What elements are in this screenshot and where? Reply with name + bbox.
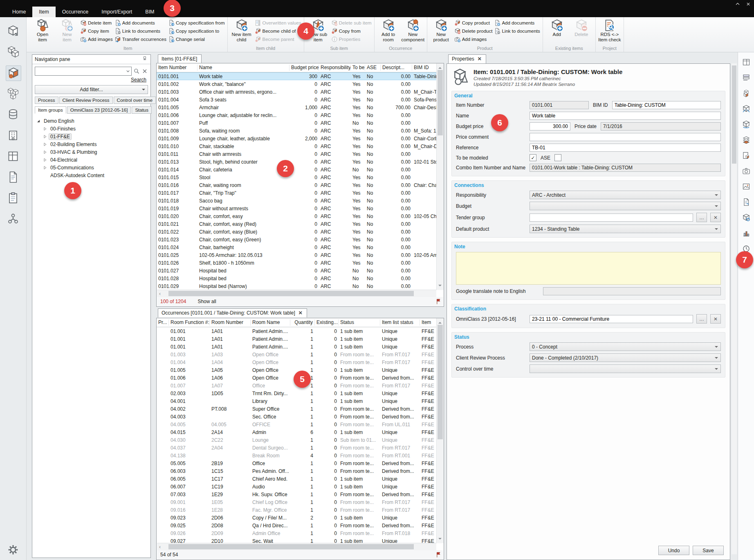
delete-product-button[interactable]: Delete product [454, 27, 493, 35]
bim-id-field[interactable] [612, 101, 721, 109]
item-row-0101.020[interactable]: 0101.020Chair, comfort, easy0ARCYesNo0.0… [157, 212, 437, 220]
item-row-0101.022[interactable]: 0101.022Chair, comfort, easy (Blue)0ARCY… [157, 228, 437, 236]
nav-tab-omniclass-23-2012-05-16[interactable]: OmniClass 23 [2012-05-16] [67, 106, 131, 114]
table-layout-icon[interactable] [742, 58, 751, 67]
occurrence-row-11[interactable]: 04.002PT.008Super Office10From room te..… [157, 405, 437, 413]
product-add-documents-button[interactable]: Add documents [494, 19, 540, 27]
new-product-button[interactable]: New product [430, 18, 453, 43]
item-row-0101.011[interactable]: 0101.011Chair with armrests0ARCYesNo0.00 [157, 150, 437, 158]
add-to-room-button[interactable]: Add to room [377, 18, 400, 43]
chevron-down-icon[interactable] [125, 68, 131, 74]
occurrence-row-27[interactable]: 09.0262D09Admin Office10From room te...F… [157, 529, 437, 537]
menu-tab-home[interactable]: Home [6, 7, 32, 17]
occurrence-row-17[interactable]: 04.138Break Room40From room te...From RT… [157, 452, 437, 459]
cube-rotate-icon[interactable] [742, 120, 751, 129]
item-row-0101.017[interactable]: 0101.017Chair, "Trip Trap"0ARCYesNo0.00 [157, 189, 437, 197]
item-row-0101.005[interactable]: 0101.005Armchair1,000ARCYesNo700.00Chair… [157, 103, 437, 111]
column-header-pr[interactable]: Pr... [157, 319, 169, 326]
column-header-room-number[interactable]: Room Number [210, 319, 251, 326]
pin-icon[interactable] [141, 56, 148, 63]
occurrence-row-23[interactable]: 09.0011E05Chief Log Office10From room te… [157, 498, 437, 506]
chart-icon[interactable] [742, 229, 751, 238]
show-all-link[interactable]: Show all [197, 299, 216, 304]
cube-link-icon[interactable] [742, 214, 751, 223]
menu-tab-bim[interactable]: BIM [139, 7, 161, 17]
occurrence-row-22[interactable]: 07.0031E29Hk. Supv. Office10From room te… [157, 490, 437, 498]
to-be-modeled-checkbox[interactable]: ✓ [530, 154, 536, 161]
document-icon[interactable] [6, 170, 20, 184]
occurrence-row-15[interactable]: 04.0302C22Lounge10Sub item to 01...Uniqu… [157, 436, 437, 444]
nav-tab-status[interactable]: Status [132, 106, 152, 114]
expander-collapsed-icon[interactable] [43, 127, 47, 131]
occurrence-row-21[interactable]: 06.0071C19Audio101 sub itemUniqueFF&E [157, 483, 437, 490]
rds-item-check-button[interactable]: RDS <-> Item check [598, 18, 621, 43]
occurrence-row-10[interactable]: 04.001Library101 sub itemUniqueFF&E [157, 397, 437, 405]
items-horizontal-scrollbar[interactable]: ‹ [157, 290, 436, 297]
cube-layers-icon[interactable] [742, 136, 751, 145]
occurrences-table-header[interactable]: Pr...Room Function #:Room NumberRoom Nam… [157, 318, 437, 327]
column-header-existing[interactable]: Existing... [315, 319, 339, 326]
menu-tab-item[interactable]: Item [32, 7, 55, 17]
expander-collapsed-icon[interactable] [43, 150, 47, 154]
close-tab-icon[interactable]: ✕ [298, 310, 303, 316]
item-row-0101.025[interactable]: 0101.025102-05 Armchair: 102.05.0130ARCY… [157, 251, 437, 259]
nav-tab-item-groups[interactable]: Item groups [35, 106, 66, 114]
occurrence-row-25[interactable]: 09.0232D06Copy / File/ M...201 sub itemU… [157, 514, 437, 522]
existing-add-button[interactable]: Add [545, 18, 568, 37]
link-to-documents-button[interactable]: Link to documents [114, 27, 166, 35]
copy-specification-from-button[interactable]: Copy specification from [168, 19, 225, 27]
gear-icon[interactable] [6, 542, 20, 557]
client-review-process-dropdown[interactable]: Done - Completed (2/10/2017) [530, 353, 721, 362]
item-row-0101.021[interactable]: 0101.021Chair, comfort, easy (Red)0ARCYe… [157, 220, 437, 228]
occurrence-row-16[interactable]: 04.0372A04Dental Surgeo...10From room te… [157, 444, 437, 452]
add-images-button[interactable]: Add images [80, 36, 113, 43]
item-row-0101.008[interactable]: 0101.008Sofa, waiting room0ARCYesNo0.00M… [157, 127, 437, 135]
tree-item-03-hvac-plumbing[interactable]: 03-HVAC & Plumbing [32, 148, 150, 156]
occurrence-row-9[interactable]: 02.0031D05Trmt Rm. Dirty...101 sub itemU… [157, 389, 437, 397]
properties-scrollbar[interactable] [732, 63, 737, 554]
expander-collapsed-icon[interactable] [43, 135, 47, 139]
new-component-button[interactable]: New component [402, 18, 424, 43]
name-field[interactable] [530, 112, 721, 120]
copy-product-button[interactable]: Copy product [454, 19, 493, 27]
budget-dropdown[interactable] [530, 202, 721, 210]
undo-button[interactable]: Undo [658, 546, 689, 555]
column-header-budget-price[interactable]: Budget price [289, 65, 319, 71]
item-row-0101.019[interactable]: 0101.019Chair without armrests0ARCYesNo0… [157, 205, 437, 212]
stacked-boxes-icon[interactable] [6, 45, 20, 59]
flag-icon[interactable] [435, 551, 442, 558]
items-vertical-scrollbar[interactable] [436, 63, 444, 290]
nav-tab-control-over-time[interactable]: Control over time [114, 97, 156, 104]
become-parent-button[interactable]: Become parent [255, 36, 301, 43]
become-child-of-button[interactable]: Become child of [255, 27, 301, 35]
new-item-button[interactable]: New item [56, 18, 79, 43]
column-header-bim-id[interactable]: BIM ID [412, 65, 437, 71]
column-header-item-list-status[interactable]: Item list status [380, 319, 420, 326]
document-link-icon[interactable] [742, 198, 751, 207]
price-comment-field[interactable] [530, 133, 721, 141]
close-icon[interactable] [745, 1, 752, 7]
existing-delete-button[interactable]: Delete [570, 18, 593, 37]
item-row-0101.015[interactable]: 0101.015Stool0ARCYesNo0.00 [157, 173, 437, 181]
item-cube-icon[interactable] [6, 65, 21, 81]
occurrence-row-18[interactable]: 05.0052B19Office10From room te...Derived… [157, 459, 437, 467]
occurrences-vertical-scrollbar[interactable] [436, 318, 444, 543]
tree-item-adsk-autodesk-content[interactable]: ADSK-Autodesk Content [32, 171, 150, 179]
item-row-0101.009[interactable]: 0101.009Lounge chair, leather, adjustabl… [157, 135, 437, 142]
change-serial-button[interactable]: Change serial [168, 36, 225, 43]
column-header-name[interactable]: Name [197, 65, 289, 71]
occurrence-row-13[interactable]: 04.00504.005OFFICE10From room te...From … [157, 421, 437, 428]
tree-item-04-electrical[interactable]: 04-Electrical [32, 156, 150, 164]
column-header-status[interactable]: Status [339, 319, 380, 326]
budget-price-field[interactable] [530, 122, 570, 130]
omniclass-browse-button[interactable]: … [696, 314, 707, 324]
occurrence-row-3[interactable]: 01.0011A01Patient Admin....101 sub itemU… [157, 343, 437, 351]
add-documents-button[interactable]: Add documents [114, 19, 166, 27]
process-dropdown[interactable]: 0 - Concept [530, 342, 721, 351]
tender-group-browse-button[interactable]: … [696, 213, 707, 222]
iso-cube-arrow-icon[interactable] [6, 24, 20, 38]
clear-search-icon[interactable] [141, 68, 148, 74]
item-row-0101.018[interactable]: 0101.018Sacco bag0ARCYesNo0.00 [157, 197, 437, 205]
reference-field[interactable] [530, 144, 721, 152]
item-row-0101.007[interactable]: 0101.007Puff0ARCNoNo0.00 [157, 119, 437, 127]
